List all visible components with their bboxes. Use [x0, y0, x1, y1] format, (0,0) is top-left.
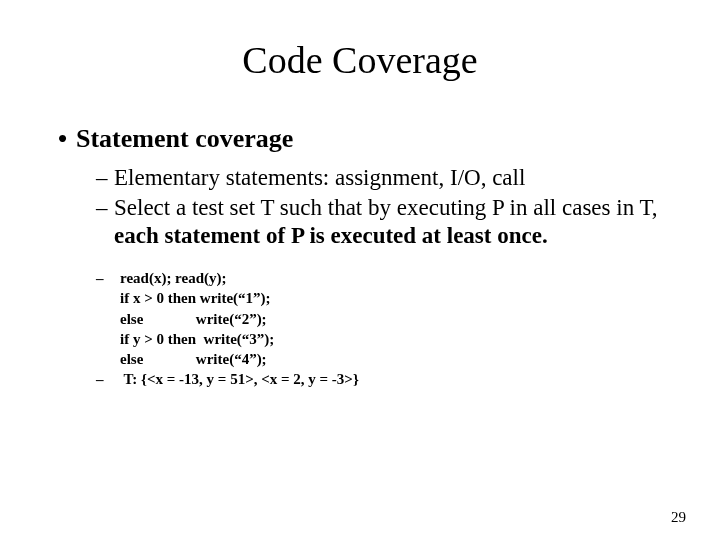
bullet-level1: •Statement coverage	[58, 124, 670, 154]
level2-prefix: Select a test set T such that by executi…	[114, 195, 658, 220]
code-line: else write(“2”);	[120, 309, 670, 329]
code-text: read(x); read(y);	[120, 268, 670, 288]
dash-icon: –	[96, 268, 120, 288]
code-line: else write(“4”);	[120, 349, 670, 369]
level2-text: Elementary statements: assignment, I/O, …	[114, 164, 670, 192]
code-line: if y > 0 then write(“3”);	[120, 329, 670, 349]
level2-item: – Select a test set T such that by execu…	[96, 194, 670, 250]
slide: Code Coverage •Statement coverage – Elem…	[0, 0, 720, 540]
code-line: if x > 0 then write(“1”);	[120, 288, 670, 308]
level2-item: – Elementary statements: assignment, I/O…	[96, 164, 670, 192]
dash-icon: –	[96, 194, 114, 250]
code-first-line: – read(x); read(y);	[96, 268, 670, 288]
slide-title: Code Coverage	[50, 38, 670, 82]
code-last-line: – T: {<x = -13, y = 51>, <x = 2, y = -3>…	[96, 369, 670, 389]
level1-text: Statement coverage	[76, 124, 293, 153]
dash-icon: –	[96, 369, 120, 389]
code-group: – read(x); read(y); if x > 0 then write(…	[96, 268, 670, 390]
level2-text: Select a test set T such that by executi…	[114, 194, 670, 250]
level2-bold: each statement of P is executed at least…	[114, 223, 548, 248]
bullet-dot-icon: •	[58, 124, 76, 154]
level2-group: – Elementary statements: assignment, I/O…	[96, 164, 670, 250]
code-text: T: {<x = -13, y = 51>, <x = 2, y = -3>}	[120, 369, 670, 389]
dash-icon: –	[96, 164, 114, 192]
page-number: 29	[671, 509, 686, 526]
